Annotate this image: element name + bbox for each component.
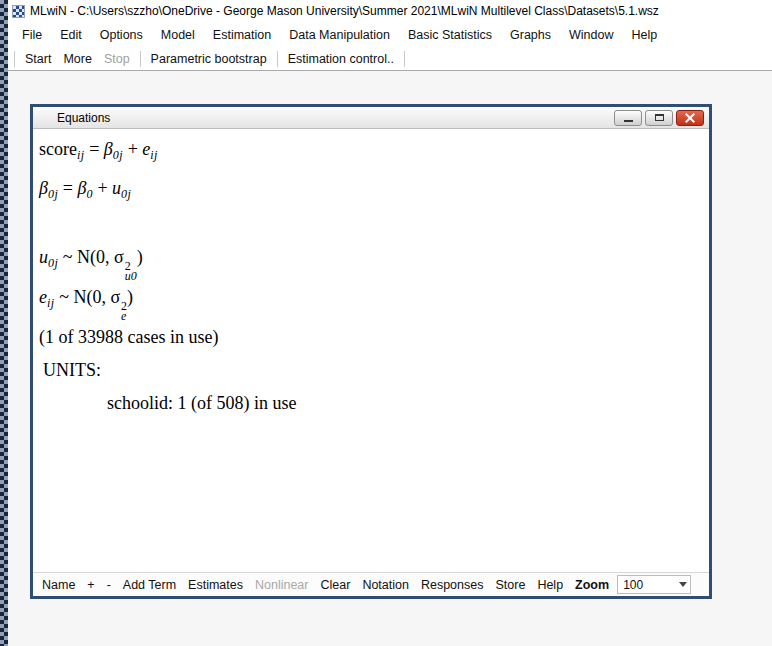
- toolbar: Start More Stop Parametric bootstrap Est…: [8, 47, 772, 71]
- menu-item-model[interactable]: Model: [152, 22, 204, 47]
- app-title: MLwiN - C:\Users\szzho\OneDrive - George…: [30, 4, 659, 18]
- equation-response-line[interactable]: scoreij = β0j + eij: [39, 133, 701, 172]
- name-button[interactable]: Name: [36, 578, 81, 592]
- parametric-bootstrap-button[interactable]: Parametric bootstrap: [145, 52, 273, 66]
- chevron-down-icon: [679, 582, 687, 587]
- menu-item-estimation[interactable]: Estimation: [204, 22, 280, 47]
- equations-content: scoreij = β0j + eij β0j = β0 + u0j u0j ~…: [33, 129, 709, 572]
- equations-window: Equations scoreij = β0j + eij β0j = β0 +…: [30, 104, 712, 599]
- mlwin-app-icon: [12, 5, 25, 18]
- mlwin-main-window: MLwiN - C:\Users\szzho\OneDrive - George…: [8, 0, 772, 646]
- estimates-button[interactable]: Estimates: [182, 578, 249, 592]
- equations-window-title: Equations: [57, 111, 110, 125]
- toolbar-separator: [404, 51, 405, 67]
- restore-button[interactable]: [645, 110, 673, 126]
- toolbar-separator: [140, 51, 141, 67]
- mdi-client-area: Equations scoreij = β0j + eij β0j = β0 +…: [8, 71, 772, 646]
- menu-item-file[interactable]: File: [13, 22, 51, 47]
- units-label: UNITS:: [39, 354, 701, 387]
- equations-bottom-toolbar: Name + - Add Term Estimates Nonlinear Cl…: [33, 572, 709, 596]
- zoom-combobox[interactable]: 100: [617, 575, 691, 594]
- app-titlebar[interactable]: MLwiN - C:\Users\szzho\OneDrive - George…: [8, 0, 772, 22]
- menu-item-graphs[interactable]: Graphs: [501, 22, 560, 47]
- notation-button[interactable]: Notation: [356, 578, 415, 592]
- menu-item-edit[interactable]: Edit: [51, 22, 91, 47]
- store-button[interactable]: Store: [489, 578, 531, 592]
- restore-icon: [655, 114, 664, 121]
- help-button[interactable]: Help: [531, 578, 569, 592]
- close-icon: [685, 113, 695, 123]
- menu-item-options[interactable]: Options: [91, 22, 152, 47]
- clear-button[interactable]: Clear: [315, 578, 357, 592]
- minus-button[interactable]: -: [101, 578, 117, 592]
- menu-item-window[interactable]: Window: [560, 22, 622, 47]
- add-term-button[interactable]: Add Term: [117, 578, 182, 592]
- zoom-value: 100: [618, 578, 676, 592]
- nonlinear-button[interactable]: Nonlinear: [249, 578, 315, 592]
- menu-item-data-manipulation[interactable]: Data Manipulation: [280, 22, 399, 47]
- stop-button[interactable]: Stop: [98, 52, 136, 66]
- estimation-control-button[interactable]: Estimation control..: [282, 52, 400, 66]
- cases-in-use-line: (1 of 33988 cases in use): [39, 321, 701, 354]
- equations-titlebar[interactable]: Equations: [33, 107, 709, 129]
- screen: MLwiN - C:\Users\szzho\OneDrive - George…: [0, 0, 772, 646]
- menubar: File Edit Options Model Estimation Data …: [8, 22, 772, 47]
- toolbar-separator: [14, 51, 15, 67]
- minimize-icon: [624, 120, 633, 122]
- variance-u-line[interactable]: u0j ~ N(0, σ2u0): [39, 241, 701, 281]
- minimize-button[interactable]: [614, 110, 642, 126]
- zoom-dropdown-arrow[interactable]: [676, 582, 690, 587]
- plus-button[interactable]: +: [81, 578, 100, 592]
- zoom-button[interactable]: Zoom: [569, 578, 615, 592]
- close-button[interactable]: [676, 110, 704, 126]
- equation-level2-line[interactable]: β0j = β0 + u0j: [39, 172, 701, 211]
- variance-e-line[interactable]: eij ~ N(0, σ2e): [39, 281, 701, 321]
- menu-item-help[interactable]: Help: [623, 22, 667, 47]
- window-controls: [614, 110, 704, 126]
- start-button[interactable]: Start: [19, 52, 57, 66]
- more-button[interactable]: More: [57, 52, 97, 66]
- toolbar-separator: [277, 51, 278, 67]
- menu-item-basic-statistics[interactable]: Basic Statistics: [399, 22, 501, 47]
- responses-button[interactable]: Responses: [415, 578, 490, 592]
- desktop-background-strip: [0, 0, 8, 646]
- units-schoolid-line: schoolid: 1 (of 508) in use: [39, 387, 701, 420]
